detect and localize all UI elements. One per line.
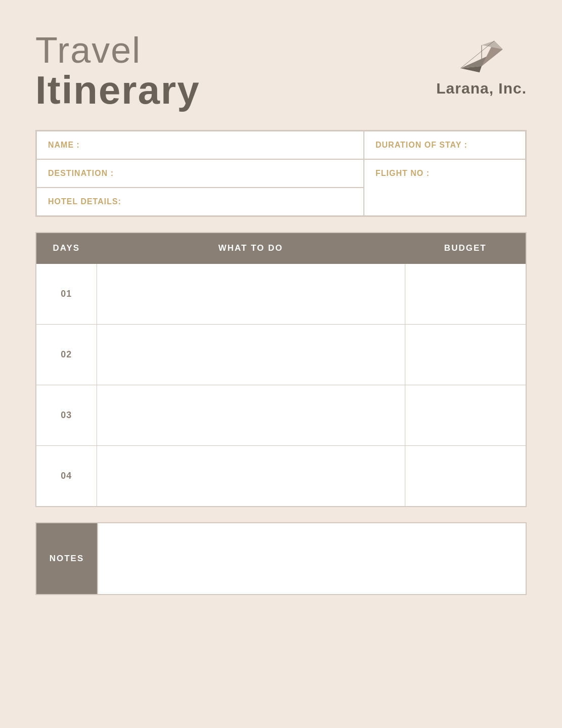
logo-name: Larana, Inc. bbox=[436, 80, 527, 97]
title-travel: Travel bbox=[35, 30, 200, 70]
info-grid: NAME : DURATION OF STAY : DESTINATION : … bbox=[35, 130, 527, 217]
table-row: 04 bbox=[36, 446, 526, 507]
what-to-do-cell bbox=[97, 264, 405, 325]
day-cell: 03 bbox=[36, 385, 97, 446]
table-row: 01 bbox=[36, 264, 526, 325]
destination-cell: DESTINATION : bbox=[36, 159, 364, 188]
page: Travel Itinerary Larana, Inc. NAME : DUR… bbox=[0, 0, 562, 728]
day-cell: 04 bbox=[36, 446, 97, 507]
day-number: 02 bbox=[61, 349, 72, 359]
budget-cell bbox=[405, 325, 526, 385]
budget-cell bbox=[405, 446, 526, 507]
title-itinerary: Itinerary bbox=[35, 70, 200, 110]
col-header-what-to-do: WHAT TO DO bbox=[97, 233, 405, 264]
day-cell: 02 bbox=[36, 325, 97, 385]
title-block: Travel Itinerary bbox=[35, 30, 200, 110]
notes-label: NOTES bbox=[50, 554, 84, 564]
day-number: 03 bbox=[61, 410, 72, 420]
table-row: 03 bbox=[36, 385, 526, 446]
flight-cell: FLIGHT NO : bbox=[364, 159, 526, 216]
destination-label: DESTINATION : bbox=[48, 169, 114, 177]
notes-content bbox=[98, 523, 526, 594]
name-label: NAME : bbox=[48, 141, 80, 149]
what-to-do-cell bbox=[97, 325, 405, 385]
day-cell: 01 bbox=[36, 264, 97, 325]
table-row: 02 bbox=[36, 325, 526, 385]
duration-cell: DURATION OF STAY : bbox=[364, 131, 526, 159]
col-header-budget: BUDGET bbox=[405, 233, 526, 264]
schedule-table: DAYS WHAT TO DO BUDGET 01020304 bbox=[35, 232, 527, 507]
name-cell: NAME : bbox=[36, 131, 364, 159]
day-number: 04 bbox=[61, 471, 72, 481]
paper-plane-icon bbox=[456, 35, 507, 76]
what-to-do-cell bbox=[97, 385, 405, 446]
hotel-cell: HOTEL DETAILS: bbox=[36, 188, 364, 216]
budget-cell bbox=[405, 385, 526, 446]
duration-label: DURATION OF STAY : bbox=[376, 141, 467, 149]
notes-label-cell: NOTES bbox=[36, 523, 97, 594]
header: Travel Itinerary Larana, Inc. bbox=[35, 30, 527, 110]
budget-cell bbox=[405, 264, 526, 325]
what-to-do-cell bbox=[97, 446, 405, 507]
flight-label: FLIGHT NO : bbox=[376, 169, 430, 177]
logo-block: Larana, Inc. bbox=[436, 30, 527, 97]
hotel-label: HOTEL DETAILS: bbox=[48, 197, 121, 206]
day-number: 01 bbox=[61, 289, 72, 299]
notes-section: NOTES bbox=[35, 522, 527, 595]
col-header-days: DAYS bbox=[36, 233, 97, 264]
